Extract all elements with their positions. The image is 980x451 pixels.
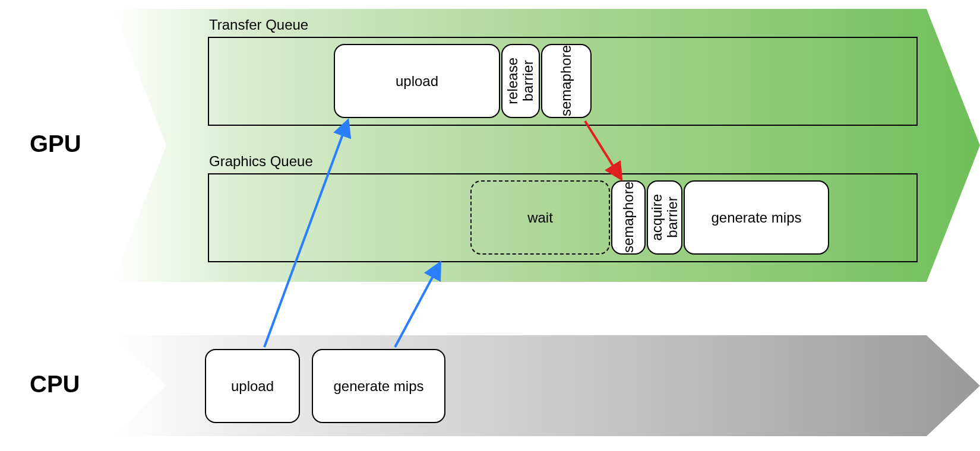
graphics-queue-label: Graphics Queue: [209, 153, 313, 170]
gq-acquire-barrier-node: acquirebarrier: [647, 180, 682, 255]
tq-semaphore-node: semaphore: [541, 44, 592, 118]
gq-wait-node: wait: [470, 180, 610, 255]
gq-semaphore-node: semaphore: [611, 180, 646, 255]
arrow-cpu-genmips-to-gq: [395, 264, 440, 347]
cpu-generate-mips-node: generate mips: [312, 349, 445, 423]
cpu-upload-node: upload: [205, 349, 300, 423]
arrow-tq-semaphore-to-gq-semaphore: [585, 121, 621, 178]
gq-generate-mips-node: generate mips: [684, 180, 829, 255]
cpu-label: CPU: [30, 371, 80, 398]
transfer-queue-label: Transfer Queue: [209, 17, 308, 33]
tq-release-barrier-node: releasebarrier: [501, 44, 540, 118]
diagram-canvas: GPU CPU Transfer Queue upload releasebar…: [0, 0, 980, 451]
tq-upload-node: upload: [334, 44, 500, 118]
gpu-label: GPU: [30, 131, 81, 157]
